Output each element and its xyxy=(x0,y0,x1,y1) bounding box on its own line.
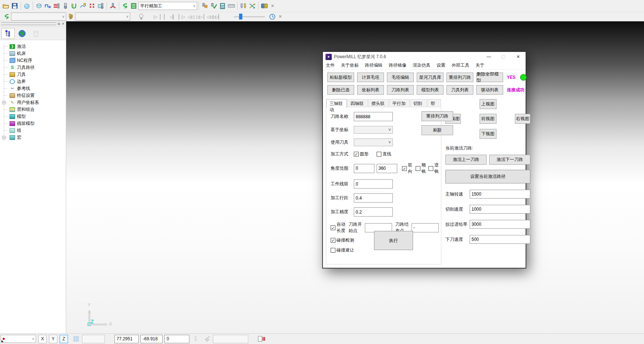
create-block-icon[interactable] xyxy=(35,1,43,10)
set-active-path-button[interactable]: 设置当前激活路径 xyxy=(445,170,530,183)
tree-item-nc-programs[interactable]: NC程序 xyxy=(2,57,66,64)
stepover-input[interactable] xyxy=(354,193,393,203)
create-boundary-icon[interactable] xyxy=(70,1,79,10)
tree-item-stock-models[interactable]: 残留模型 xyxy=(2,120,66,127)
strategy-combobox[interactable]: 平行精加工 ˅ xyxy=(138,2,197,10)
menu-file[interactable]: 文件 xyxy=(326,62,335,69)
sim-tool-combobox[interactable]: ˅ xyxy=(75,13,130,21)
axis-z-button[interactable]: Z xyxy=(60,335,68,343)
expand-icon[interactable]: + xyxy=(2,101,6,104)
activate-next-button[interactable]: 激活下一刀路 xyxy=(489,155,530,165)
menu-settings[interactable]: 设置 xyxy=(437,62,445,69)
float-panel-icon[interactable]: ⧉ xyxy=(57,22,60,26)
verify-toolpath-icon[interactable] xyxy=(209,1,218,10)
tool-library-button[interactable]: 星河刀具库 xyxy=(417,73,444,82)
position-probe-icon[interactable] xyxy=(204,336,211,342)
maximize-button[interactable]: ▢ xyxy=(496,52,511,62)
refresh-button[interactable]: 刷新 xyxy=(421,125,453,135)
simulate-tool-icon[interactable] xyxy=(200,1,209,10)
tree-item-tools[interactable]: 刀具 xyxy=(2,71,66,78)
tolerance-field[interactable] xyxy=(82,335,105,343)
rapid-feed-input[interactable] xyxy=(470,220,530,229)
drive-list-button[interactable]: 驱动列表 xyxy=(476,85,503,95)
toolpath-strategy-icon[interactable] xyxy=(43,1,52,10)
workplane-combobox[interactable]: ˅ xyxy=(1,335,36,343)
tree-item-levels[interactable]: 层和组合 xyxy=(2,106,66,113)
measure-icon[interactable] xyxy=(227,1,236,10)
toolpath-name-input[interactable] xyxy=(354,112,393,121)
step-forward-icon[interactable]: ▏▷ xyxy=(177,13,186,21)
close-button[interactable]: ✕ xyxy=(511,52,526,62)
clock-icon[interactable] xyxy=(268,12,277,21)
view-top-button[interactable]: 上视图 xyxy=(480,99,497,109)
execute-button[interactable]: 执行 xyxy=(374,231,413,250)
based-coord-combobox[interactable]: ˅ xyxy=(354,126,393,134)
close-toolbar-icon[interactable]: ✕ xyxy=(277,14,284,19)
end-point-input[interactable] xyxy=(412,223,439,232)
angle-to-input[interactable] xyxy=(377,164,397,173)
minimize-button[interactable]: — xyxy=(481,52,496,62)
mode-circle-checkbox[interactable]: ✓圆形 xyxy=(354,151,369,157)
cutting-feed-input[interactable] xyxy=(470,205,530,214)
tab-tilthead[interactable]: 摆头联动 xyxy=(368,99,389,107)
plunge-feed-input[interactable] xyxy=(470,235,530,244)
auto-length-checkbox[interactable]: ✓自动长度 xyxy=(331,221,346,234)
tab-4axis[interactable]: 四轴联动 xyxy=(347,99,368,107)
conventional-checkbox[interactable]: 逆铣 xyxy=(428,162,439,175)
menu-coords[interactable]: 关于坐标 xyxy=(341,62,359,69)
fast-forward-icon[interactable]: ▷▷ xyxy=(195,13,204,21)
calculator-icon[interactable] xyxy=(218,1,227,10)
paste-new-model-button[interactable]: 粘贴新模型 xyxy=(327,73,354,82)
swap-axes-icon[interactable] xyxy=(248,1,257,10)
spindle-speed-input[interactable] xyxy=(470,190,530,199)
close-panel-icon[interactable]: ✕ xyxy=(62,22,65,26)
strategy-list-icon[interactable] xyxy=(129,1,138,10)
step-back-icon[interactable]: ◁▏ xyxy=(168,13,177,21)
tree-item-workplanes[interactable]: +✎用户坐标系 xyxy=(2,99,66,106)
tree-item-groups[interactable]: 组 xyxy=(2,127,66,134)
shaded-view-icon[interactable] xyxy=(22,1,31,10)
create-points-icon[interactable] xyxy=(88,1,96,10)
tool-pair-icon[interactable] xyxy=(239,1,248,10)
menu-render-sim[interactable]: 渲染仿真 xyxy=(413,62,430,69)
tree-item-boundaries[interactable]: 边界 xyxy=(2,78,66,85)
tab-explorer-world[interactable] xyxy=(15,28,29,39)
tab-parallel[interactable]: 平行加工 xyxy=(389,99,410,107)
tolerance-input[interactable] xyxy=(354,207,393,217)
collision-check-checkbox[interactable]: ✓碰撞检测 xyxy=(331,237,354,243)
go-start-icon[interactable]: ▏◁◁ xyxy=(204,13,213,21)
toolpath-list-button[interactable]: 刀路列表 xyxy=(387,85,414,95)
menu-about[interactable]: 关于 xyxy=(476,62,484,69)
collision-avoid-checkbox[interactable]: 碰撞避让 xyxy=(331,247,354,253)
toolpath-icon[interactable] xyxy=(2,12,11,21)
tree-item-toolpaths[interactable]: S刀具路径 xyxy=(2,64,66,71)
stock-allowance-input[interactable] xyxy=(354,179,393,189)
tree-item-machine[interactable]: 机床 xyxy=(2,50,66,57)
clipboard-pause-icon[interactable] xyxy=(258,336,266,342)
tool-holder-icon[interactable] xyxy=(108,1,117,10)
delete-selected-button[interactable]: 删除已选 xyxy=(327,85,354,95)
use-tool-combobox[interactable]: ˅ xyxy=(354,138,393,146)
activate-prev-button[interactable]: 激活上一刀路 xyxy=(445,155,487,165)
view-bottom-button[interactable]: 下视图 xyxy=(480,129,497,139)
rearrange-toolpaths-button[interactable]: 重排列刀路 xyxy=(446,73,473,82)
sim-toolpath-combobox[interactable]: ˅ xyxy=(11,13,66,21)
create-tool-icon[interactable] xyxy=(61,1,70,10)
view-front-button[interactable]: 前视图 xyxy=(480,114,497,124)
bidirectional-checkbox[interactable]: ✓双向 xyxy=(402,162,412,175)
tree-item-activate[interactable]: ❯激活 xyxy=(2,43,66,50)
speed-slider[interactable] xyxy=(234,13,265,20)
bulb-icon[interactable] xyxy=(137,12,146,21)
tab-help[interactable]: 帮助 xyxy=(427,99,441,107)
tab-explorer-recycle[interactable] xyxy=(29,28,43,39)
rewind-icon[interactable]: ◁◁ xyxy=(186,13,195,21)
rearrange-toolpaths-button-2[interactable]: 重排列刀路 xyxy=(421,111,453,121)
axis-y-button[interactable]: Y xyxy=(49,335,57,343)
angle-from-input[interactable] xyxy=(354,164,374,173)
axis-x-button[interactable]: X xyxy=(38,335,47,343)
tool-list-button[interactable]: 刀具列表 xyxy=(446,85,473,95)
go-end-icon[interactable]: ▷▷▏ xyxy=(213,13,221,21)
workplane-tool-icon[interactable] xyxy=(96,1,105,10)
stock-edit-button[interactable]: 毛坯编辑 xyxy=(387,73,414,82)
tree-item-feature-sets[interactable]: 特征设置 xyxy=(2,92,66,99)
